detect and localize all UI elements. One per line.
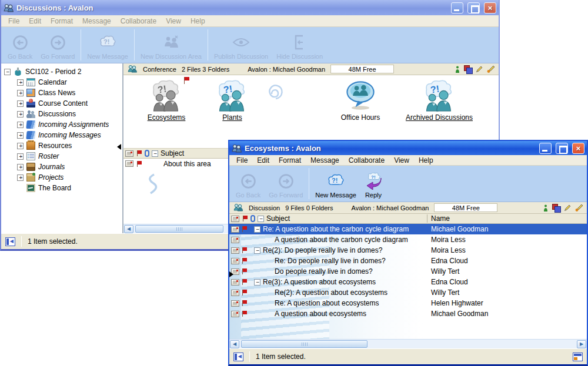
collapse-all-icon[interactable]	[152, 150, 158, 157]
scroll-left-button[interactable]: ◀	[230, 340, 239, 348]
discussions-titlebar[interactable]: Discussions : Avalon ×	[1, 0, 499, 15]
tree-item[interactable]: Resources	[1, 140, 122, 151]
toolbar-button[interactable]: ?! New Message	[311, 167, 360, 200]
pencil-icon[interactable]	[564, 204, 571, 211]
tree-item[interactable]: Incoming Assignments	[1, 119, 122, 130]
tree-expand-toggle-icon[interactable]	[17, 143, 24, 149]
menu-item[interactable]: Message	[306, 156, 344, 165]
minimize-button[interactable]	[451, 2, 463, 14]
menu-item[interactable]: Format	[274, 156, 306, 165]
tree-item[interactable]: SCI102 - Period 2	[1, 66, 122, 77]
menu-item[interactable]: Help	[414, 156, 438, 165]
toolbar: Go Back Go Forward ?! New Message ?! Rep…	[229, 166, 587, 202]
menu-item[interactable]: Edit	[252, 156, 274, 165]
menu-item[interactable]: Collaborate	[344, 156, 389, 165]
tree-expand-toggle-icon[interactable]	[17, 122, 24, 128]
collapse-toggle-icon[interactable]	[254, 247, 260, 254]
tree-expand-toggle-icon[interactable]	[17, 132, 24, 139]
online-user-icon[interactable]	[455, 66, 460, 73]
name-column-header[interactable]: Name	[427, 214, 587, 223]
tree-expand-toggle-icon[interactable]	[17, 100, 24, 107]
tree-expand-toggle-icon[interactable]	[17, 164, 24, 170]
maximize-button[interactable]	[467, 2, 480, 14]
message-row[interactable]: Re(2): Do people really live in domes? M…	[229, 245, 587, 256]
conference-desktop-item[interactable]: ?! Ecosystems	[128, 79, 205, 122]
tree-item[interactable]: Class News	[1, 88, 122, 98]
scroll-left-button[interactable]: ◀	[124, 225, 133, 233]
message-row[interactable]: Re: A question about ecosystems Helen Hi…	[229, 298, 587, 308]
conference-desktop-item-label: Plants	[222, 113, 242, 122]
scrollbar-thumb[interactable]	[241, 340, 368, 348]
toolbar-button[interactable]: Go Back	[4, 28, 36, 62]
windows-icon[interactable]	[464, 65, 472, 73]
message-row[interactable]: Re: A question about the carbon cycle di…	[229, 224, 587, 234]
scrollbar-thumb[interactable]	[135, 225, 223, 233]
tree-item[interactable]: Journals	[1, 162, 122, 172]
tree-item-label: SCI102 - Period 2	[25, 68, 81, 76]
maximize-button[interactable]	[556, 143, 568, 154]
conference-desktop-item[interactable]: ?! Plants	[194, 79, 270, 122]
collapse-all-icon[interactable]	[258, 216, 264, 222]
message-row[interactable]: Re: Do people really live in domes? Edna…	[229, 256, 587, 266]
menu-item[interactable]: Edit	[24, 16, 46, 26]
toolbar-button[interactable]: ?! New Message	[83, 28, 132, 62]
pane-toggle-icon[interactable]	[233, 352, 243, 361]
view-grid-icon[interactable]	[573, 352, 583, 361]
collapse-toggle-icon[interactable]	[254, 279, 260, 286]
toolbar-button[interactable]: Go Back	[232, 167, 265, 200]
close-button[interactable]: ×	[484, 2, 496, 14]
tree-item[interactable]: Discussions	[1, 109, 122, 119]
ecosystems-titlebar[interactable]: Ecosystems : Avalon ×	[229, 141, 587, 155]
tree-item[interactable]: The Board	[1, 183, 122, 193]
tree-expand-toggle-icon[interactable]	[17, 153, 24, 160]
toolbar-button[interactable]: New Discussion Area	[136, 28, 206, 62]
minimize-button[interactable]	[539, 143, 552, 154]
subject-column-header[interactable]: Subject	[229, 214, 427, 223]
message-list-header[interactable]: Subject Name	[229, 214, 587, 224]
toolbar-button[interactable]: Publish Discussion	[210, 28, 272, 62]
menu-item[interactable]: Collaborate	[116, 16, 161, 26]
conference-desktop-item[interactable]: ?! Archived Discussions	[395, 79, 483, 122]
menu-item[interactable]: View	[161, 16, 186, 26]
toolbar-button[interactable]: Go Forward	[265, 167, 307, 200]
menu-item[interactable]: Message	[78, 16, 116, 26]
toolbar-button[interactable]: ?! Reply	[360, 167, 386, 200]
message-row[interactable]: Re(2): A question about ecosystems Willy…	[229, 287, 587, 298]
message-row[interactable]: A question about ecosystems Michael Good…	[229, 308, 587, 319]
message-row[interactable]: A question about the carbon cycle diagra…	[229, 234, 587, 245]
permissions-pencil-icon[interactable]	[575, 204, 583, 211]
online-user-icon[interactable]	[543, 204, 548, 211]
toolbar-button[interactable]: Go Forward	[36, 28, 79, 62]
tree-expand-toggle-icon[interactable]	[4, 69, 11, 75]
pencil-icon[interactable]	[476, 66, 483, 73]
tree-item[interactable]: Course Content	[1, 98, 122, 109]
menu-item[interactable]: File	[232, 156, 252, 165]
menu-item[interactable]: View	[389, 156, 414, 165]
header-status-icons	[543, 204, 583, 211]
pane-toggle-icon[interactable]	[5, 237, 15, 246]
tree-expand-toggle-icon[interactable]	[17, 79, 24, 86]
toolbar-button[interactable]: Hide Discussion	[272, 28, 327, 62]
tree-expand-toggle-icon[interactable]	[17, 174, 24, 181]
collapse-toggle-icon[interactable]	[254, 226, 260, 233]
horizontal-scrollbar[interactable]: ◀ ▶	[229, 339, 587, 348]
menu-item[interactable]: Help	[186, 16, 210, 26]
toolbar: Go Back Go Forward ?! New Message New Di…	[1, 27, 499, 63]
tree-item[interactable]: Projects	[1, 172, 122, 183]
tree-expand-toggle-icon[interactable]	[17, 111, 24, 117]
tree-expand-toggle-icon[interactable]	[17, 90, 24, 96]
menu-item[interactable]: File	[4, 16, 24, 26]
tree-item[interactable]: Calendar	[1, 77, 122, 88]
scroll-right-button[interactable]: ▶	[577, 340, 586, 348]
windows-icon[interactable]	[552, 204, 560, 211]
message-row[interactable]: Re(3): A question about ecosystems Edna …	[229, 277, 587, 287]
tree-item[interactable]: Roster	[1, 151, 122, 162]
menu-item[interactable]: Format	[46, 16, 78, 26]
tree-item[interactable]: Incoming Messages	[1, 130, 122, 140]
close-button[interactable]: ×	[572, 143, 584, 154]
permissions-pencil-icon[interactable]	[487, 65, 495, 73]
pane-splitter-arrow-icon[interactable]	[229, 271, 233, 277]
conference-desktop-item[interactable]: Office Hours	[322, 79, 399, 122]
pane-splitter-arrow-icon[interactable]	[117, 144, 121, 150]
message-row[interactable]: Do people really live in domes? Willy Te…	[229, 266, 587, 277]
